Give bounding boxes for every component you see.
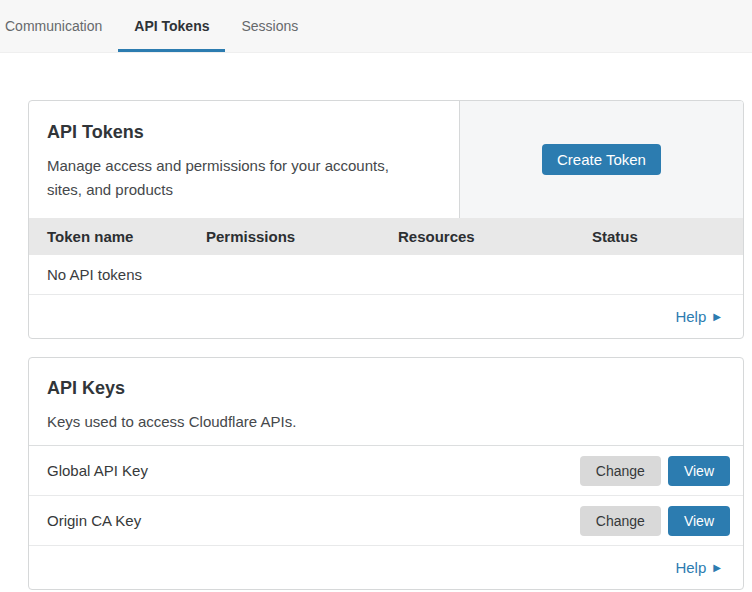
api-key-row-actions: Change View: [580, 506, 730, 536]
api-tokens-help-link[interactable]: Help ▶: [675, 308, 721, 325]
change-global-api-key-button[interactable]: Change: [580, 456, 661, 486]
token-table-header-token-name: Token name: [47, 228, 206, 245]
api-key-name: Origin CA Key: [47, 512, 141, 529]
token-table-header-status: Status: [592, 228, 725, 245]
help-arrow-icon: ▶: [713, 563, 721, 573]
token-table-empty-message: No API tokens: [47, 266, 142, 283]
api-key-row-global: Global API Key Change View: [29, 446, 743, 496]
view-origin-ca-key-button[interactable]: View: [668, 506, 730, 536]
tab-sessions[interactable]: Sessions: [225, 0, 314, 52]
view-global-api-key-button[interactable]: View: [668, 456, 730, 486]
api-tokens-help-label: Help: [675, 308, 706, 325]
api-keys-card-footer: Help ▶: [29, 546, 743, 589]
api-keys-description: Keys used to access Cloudflare APIs.: [47, 410, 725, 434]
tab-api-tokens[interactable]: API Tokens: [118, 0, 225, 52]
create-token-button[interactable]: Create Token: [542, 144, 661, 175]
api-key-row-origin-ca: Origin CA Key Change View: [29, 496, 743, 546]
api-key-name: Global API Key: [47, 462, 148, 479]
main-content: API Tokens Manage access and permissions…: [0, 100, 752, 590]
token-table-header: Token name Permissions Resources Status: [29, 218, 743, 255]
api-keys-card: API Keys Keys used to access Cloudflare …: [28, 357, 744, 590]
api-tokens-card-footer: Help ▶: [29, 295, 743, 338]
change-origin-ca-key-button[interactable]: Change: [580, 506, 661, 536]
api-keys-title: API Keys: [47, 378, 725, 399]
api-tokens-card-header: API Tokens Manage access and permissions…: [29, 101, 743, 218]
tab-communication[interactable]: Communication: [5, 0, 118, 52]
api-key-row-actions: Change View: [580, 456, 730, 486]
token-table-empty-row: No API tokens: [29, 255, 743, 295]
api-tokens-title: API Tokens: [47, 122, 441, 143]
api-keys-help-link[interactable]: Help ▶: [675, 559, 721, 576]
api-keys-help-label: Help: [675, 559, 706, 576]
api-tokens-card-header-panel: Create Token: [459, 101, 743, 218]
api-tokens-description: Manage access and permissions for your a…: [47, 154, 441, 202]
token-table-header-permissions: Permissions: [206, 228, 398, 245]
api-keys-card-header: API Keys Keys used to access Cloudflare …: [29, 358, 743, 446]
api-tokens-card-header-text: API Tokens Manage access and permissions…: [29, 101, 459, 218]
tab-bar: Communication API Tokens Sessions: [0, 0, 752, 53]
api-tokens-card: API Tokens Manage access and permissions…: [28, 100, 744, 339]
help-arrow-icon: ▶: [713, 312, 721, 322]
token-table-header-resources: Resources: [398, 228, 592, 245]
